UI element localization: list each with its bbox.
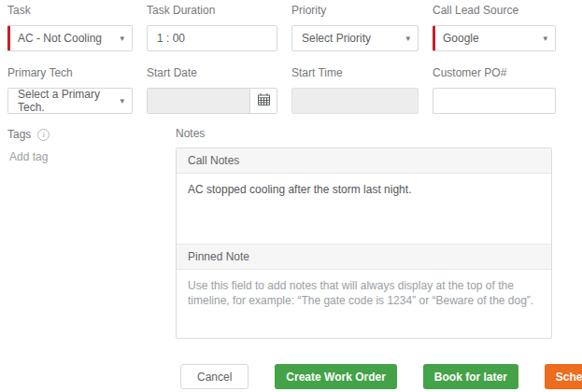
field-priority: Priority Select Priority ▾ [291,5,419,51]
chevron-down-icon: ▾ [120,35,124,43]
footer-actions: Cancel Create Work Order Book for later … [180,364,582,389]
primary-tech-select[interactable]: Select a Primary Tech. ▾ [7,88,133,114]
notes-section: Notes Call Notes AC stopped cooling afte… [176,128,552,339]
chevron-down-icon: ▾ [120,97,124,105]
field-start-date: Start Date [147,67,277,114]
pinned-note-header: Pinned Note [177,244,551,270]
work-order-form: Task AC - Not Cooling ▾ Task Duration Pr… [0,0,582,389]
call-lead-source-select[interactable]: Google ▾ [433,25,556,51]
priority-select[interactable]: Select Priority ▾ [291,25,419,51]
task-duration-label: Task Duration [147,5,277,17]
task-select-value: AC - Not Cooling [18,32,102,45]
field-call-lead-source: Call Lead Source Google ▾ [433,5,556,51]
field-customer-po: Customer PO# [433,67,556,114]
field-task-duration: Task Duration [147,5,277,51]
chevron-down-icon: ▾ [405,35,410,43]
notes-label: Notes [176,128,552,140]
start-date-field [147,88,277,114]
task-duration-input[interactable] [147,25,277,51]
customer-po-label: Customer PO# [433,67,556,79]
info-icon[interactable]: i [37,129,50,141]
field-start-time: Start Time [291,67,419,114]
priority-label: Priority [291,5,419,17]
customer-po-input[interactable] [433,88,556,114]
start-date-input [148,89,249,113]
tags-section: Tags i Add tag [7,128,176,339]
primary-tech-select-value: Select a Primary Tech. [18,88,114,114]
call-notes-textarea[interactable]: AC stopped cooling after the storm last … [177,174,551,245]
call-notes-header: Call Notes [177,148,551,174]
call-lead-source-select-value: Google [443,32,479,45]
start-date-label: Start Date [147,67,277,79]
field-primary-tech: Primary Tech Select a Primary Tech. ▾ [7,67,133,114]
book-for-later-button[interactable]: Book for later [423,364,518,389]
task-select[interactable]: AC - Not Cooling ▾ [7,25,133,51]
pinned-note-textarea[interactable]: Use this field to add notes that will al… [177,270,551,338]
chevron-down-icon: ▾ [543,35,547,43]
call-lead-source-label: Call Lead Source [433,5,556,17]
notes-panel: Call Notes AC stopped cooling after the … [176,147,552,339]
task-label: Task [7,5,133,17]
create-work-order-button[interactable]: Create Work Order [275,364,396,389]
form-grid: Task AC - Not Cooling ▾ Task Duration Pr… [7,5,582,114]
start-time-input [291,88,419,114]
cancel-button[interactable]: Cancel [180,364,248,389]
tags-header: Tags i [7,128,176,141]
start-time-label: Start Time [291,67,419,79]
tags-label: Tags [7,128,31,141]
schedule-now-button[interactable]: Schedule now [545,364,582,389]
calendar-button[interactable] [249,89,277,113]
tags-and-notes-row: Tags i Add tag Notes Call Notes AC stopp… [7,128,582,339]
add-tag-button[interactable]: Add tag [9,150,176,163]
priority-select-value: Select Priority [302,32,371,45]
primary-tech-label: Primary Tech [7,67,133,79]
field-task: Task AC - Not Cooling ▾ [7,5,133,51]
calendar-icon [257,92,271,109]
